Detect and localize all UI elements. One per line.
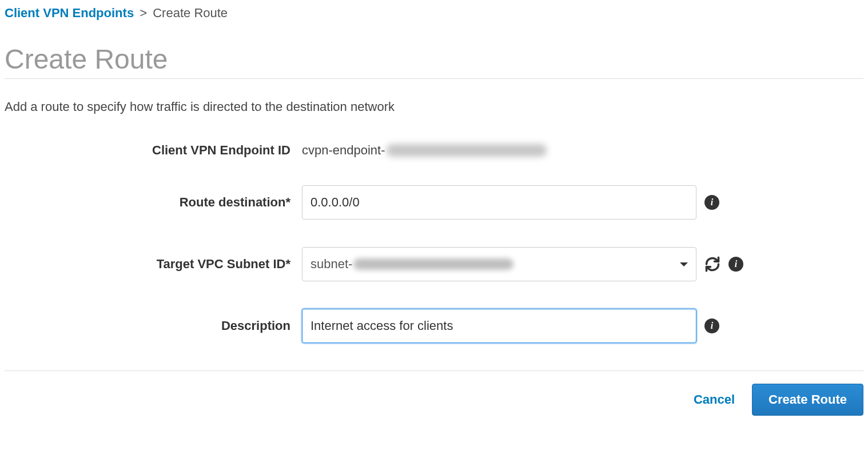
breadcrumb-current: Create Route — [153, 6, 228, 20]
breadcrumb-parent-link[interactable]: Client VPN Endpoints — [5, 6, 134, 20]
row-description: Description i — [5, 309, 863, 343]
info-icon[interactable]: i — [704, 318, 719, 333]
breadcrumb: Client VPN Endpoints > Create Route — [5, 6, 863, 21]
breadcrumb-separator: > — [140, 6, 147, 20]
value-endpoint-id: cvpn-endpoint- — [302, 143, 547, 158]
footer-actions: Cancel Create Route — [5, 371, 863, 416]
info-icon[interactable]: i — [704, 195, 719, 210]
cancel-button[interactable]: Cancel — [694, 392, 735, 407]
row-route-destination: Route destination* i — [5, 185, 863, 220]
label-endpoint-id: Client VPN Endpoint ID — [5, 143, 302, 158]
chevron-down-icon — [680, 262, 688, 266]
label-target-subnet: Target VPC Subnet ID* — [5, 257, 302, 272]
helper-text: Add a route to specify how traffic is di… — [5, 99, 863, 114]
description-input[interactable] — [302, 309, 696, 343]
info-icon[interactable]: i — [728, 257, 743, 272]
redacted-text — [387, 144, 547, 157]
route-destination-input[interactable] — [302, 185, 696, 220]
refresh-icon[interactable] — [704, 256, 720, 272]
row-target-subnet: Target VPC Subnet ID* subnet- i — [5, 247, 863, 281]
row-endpoint-id: Client VPN Endpoint ID cvpn-endpoint- — [5, 143, 863, 158]
redacted-text — [353, 258, 513, 270]
label-route-destination: Route destination* — [5, 195, 302, 210]
label-description: Description — [5, 318, 302, 333]
page-title: Create Route — [5, 43, 863, 79]
create-route-button[interactable]: Create Route — [752, 384, 863, 416]
target-subnet-dropdown[interactable]: subnet- — [302, 247, 696, 281]
